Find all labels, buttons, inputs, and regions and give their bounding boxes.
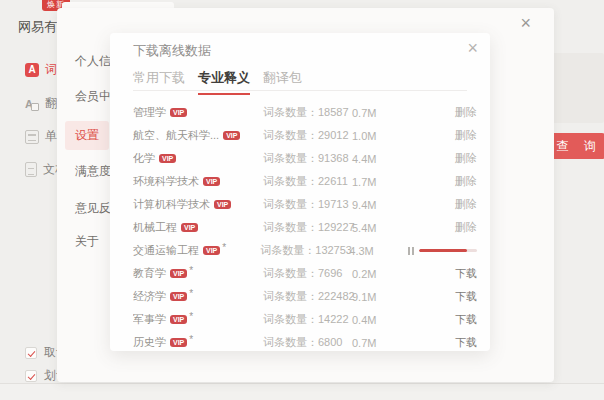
tabs-divider (133, 90, 467, 91)
row-size: 1.0M (352, 130, 412, 142)
row-action-link[interactable]: 删除 (455, 129, 477, 141)
row-action-link[interactable]: 删除 (455, 175, 477, 187)
vip-badge: VIP (223, 131, 240, 141)
checkbox-checked-icon[interactable] (25, 370, 37, 382)
row-entry-count: 词条数量：91368 (263, 151, 352, 166)
row-size: 4.4M (352, 153, 412, 165)
row-action-cell: 删除 (412, 128, 477, 143)
dictionary-row: 管理学 VIP 词条数量：18587 0.7M 删除 (133, 101, 477, 124)
progress-fill (419, 249, 467, 252)
row-name: 历史学 (133, 335, 166, 350)
vip-badge: VIP (159, 154, 176, 164)
close-icon[interactable]: × (520, 12, 531, 34)
dictionary-row: 交通运输工程 VIP * 词条数量：132753 4.3M (133, 239, 477, 262)
row-action-cell: 删除 (412, 197, 477, 212)
row-action-cell: 删除 (412, 105, 477, 120)
row-action-link[interactable]: 下载 (455, 336, 477, 348)
row-entry-count: 词条数量：7696 (263, 266, 352, 281)
row-name: 军事学 (133, 312, 166, 327)
row-name: 航空、航天科学... (133, 128, 219, 143)
row-name: 经济学 (133, 289, 166, 304)
row-entry-count: 词条数量：19713 (263, 197, 352, 212)
vip-badge: VIP (170, 315, 187, 325)
modal-title: 下载离线数据 (133, 42, 211, 60)
translate-icon: A (25, 97, 39, 111)
row-action-link[interactable]: 删除 (455, 152, 477, 164)
dictionary-row: 教育学 VIP * 词条数量：7696 0.2M 下载 (133, 262, 477, 285)
vip-badge: VIP (214, 200, 231, 210)
dictionary-row: 机械工程 VIP 词条数量：129227 5.4M 删除 (133, 216, 477, 239)
row-entry-count: 词条数量：222482 (263, 289, 352, 304)
app-window: 焕新 网易有道词典 A 词典 A 翻译 单词 文档 取词 划词 查 询 × 个人… (0, 0, 604, 400)
vip-badge: VIP (203, 246, 220, 256)
row-size: 9.4M (352, 199, 412, 211)
row-size: 1.7M (352, 176, 412, 188)
row-action-link[interactable]: 下载 (455, 313, 477, 325)
row-entry-count: 词条数量：22611 (263, 174, 352, 189)
row-action-link[interactable]: 删除 (455, 106, 477, 118)
row-action-link[interactable]: 下载 (455, 267, 477, 279)
row-size: 5.4M (352, 222, 412, 234)
vip-star-mark: * (189, 266, 193, 276)
dictionary-row: 历史学 VIP * 词条数量：6800 0.7M 下载 (133, 331, 477, 351)
download-progress[interactable] (408, 247, 477, 255)
modal-tabs: 常用下载 专业释义 翻译包 (133, 69, 315, 95)
row-name-cell: 教育学 VIP * (133, 266, 263, 281)
row-action-cell: 删除 (412, 174, 477, 189)
row-size: 0.4M (352, 314, 412, 326)
row-name-cell: 航空、航天科学... VIP (133, 128, 263, 143)
vip-badge: VIP (170, 292, 187, 302)
row-name-cell: 管理学 VIP (133, 105, 263, 120)
row-name: 环境科学技术 (133, 174, 199, 189)
row-action-cell: 删除 (412, 151, 477, 166)
background-panel-remnant (552, 53, 604, 123)
row-name: 交通运输工程 (133, 243, 199, 258)
row-entry-count: 词条数量：129227 (263, 220, 352, 235)
row-action-cell: 下载 (412, 266, 477, 281)
row-name: 机械工程 (133, 220, 177, 235)
vip-badge: VIP (170, 108, 187, 118)
checkbox-checked-icon[interactable] (25, 347, 37, 359)
row-entry-count: 词条数量：14222 (263, 312, 352, 327)
row-name: 化学 (133, 151, 155, 166)
dictionary-icon: A (25, 63, 39, 77)
row-action-link[interactable]: 删除 (455, 198, 477, 210)
pause-icon[interactable] (408, 247, 414, 255)
row-entry-count: 词条数量：29012 (263, 128, 352, 143)
row-action-link[interactable]: 删除 (455, 221, 477, 233)
dictionary-row: 化学 VIP 词条数量：91368 4.4M 删除 (133, 147, 477, 170)
settings-item-settings[interactable]: 设置 (65, 121, 109, 150)
vip-badge: VIP (170, 269, 187, 279)
row-action-cell: 下载 (412, 289, 477, 304)
row-name-cell: 环境科学技术 VIP (133, 174, 263, 189)
tab-translation-package[interactable]: 翻译包 (263, 69, 302, 95)
row-name-cell: 机械工程 VIP (133, 220, 263, 235)
row-action-cell: 下载 (412, 335, 477, 350)
row-name-cell: 经济学 VIP * (133, 289, 263, 304)
row-action-cell (408, 245, 477, 257)
tab-common-downloads[interactable]: 常用下载 (133, 69, 185, 95)
vip-badge: VIP (181, 223, 198, 233)
row-name: 计算机科学技术 (133, 197, 210, 212)
row-name-cell: 军事学 VIP * (133, 312, 263, 327)
settings-item-about[interactable]: 关于 (75, 233, 99, 250)
row-name-cell: 历史学 VIP * (133, 335, 263, 350)
row-action-cell: 删除 (412, 220, 477, 235)
row-size: 9.1M (352, 291, 412, 303)
row-size: 0.7M (352, 337, 412, 349)
vip-badge: VIP (203, 177, 220, 187)
query-button[interactable]: 查 询 (549, 133, 604, 159)
close-icon[interactable]: × (467, 37, 478, 59)
row-name-cell: 交通运输工程 VIP * (133, 243, 260, 258)
row-size: 0.7M (352, 107, 412, 119)
tab-professional-defs[interactable]: 专业释义 (198, 69, 250, 95)
row-action-link[interactable]: 下载 (455, 290, 477, 302)
dictionary-row: 军事学 VIP * 词条数量：14222 0.4M 下载 (133, 308, 477, 331)
dictionary-row: 经济学 VIP * 词条数量：222482 9.1M 下载 (133, 285, 477, 308)
vip-star-mark: * (189, 289, 193, 299)
dictionary-row: 计算机科学技术 VIP 词条数量：19713 9.4M 删除 (133, 193, 477, 216)
vip-star-mark: * (189, 335, 193, 345)
vip-star-mark: * (222, 243, 226, 253)
row-name-cell: 化学 VIP (133, 151, 263, 166)
row-name: 管理学 (133, 105, 166, 120)
